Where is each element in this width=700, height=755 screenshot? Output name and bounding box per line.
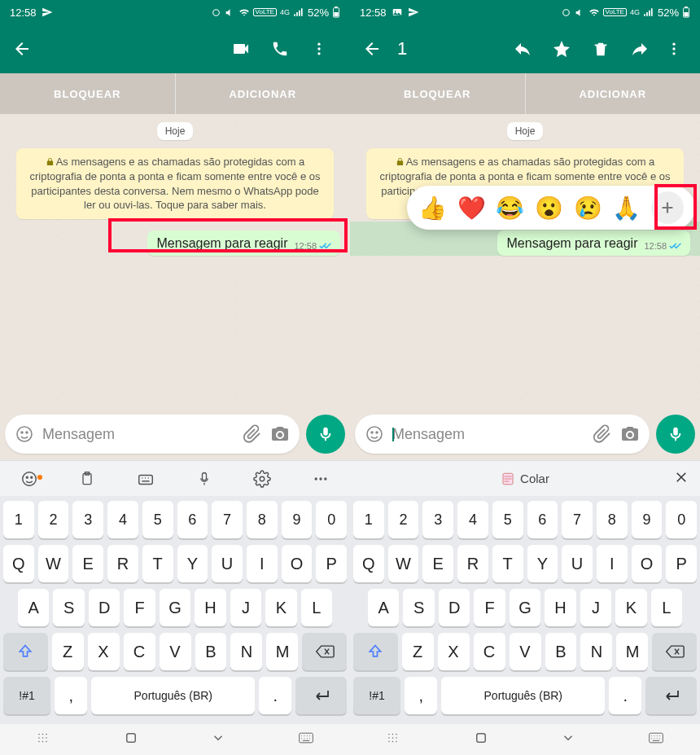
video-call-button[interactable] <box>221 29 260 68</box>
key-s[interactable]: S <box>403 589 434 626</box>
add-contact-button[interactable]: ADICIONAR <box>176 73 351 114</box>
key-space[interactable]: Português (BR) <box>91 677 255 714</box>
key-period[interactable]: . <box>609 677 641 714</box>
kb-voice-button[interactable] <box>185 471 224 487</box>
key-b[interactable]: B <box>195 633 227 670</box>
key-p[interactable]: P <box>316 545 347 582</box>
key-shift[interactable] <box>3 633 48 670</box>
mic-button[interactable] <box>656 415 695 454</box>
nav-home[interactable] <box>474 731 488 748</box>
key-symbols[interactable]: !#1 <box>353 677 400 714</box>
key-period[interactable]: . <box>259 677 291 714</box>
kb-keyboard-button[interactable] <box>126 470 165 488</box>
key-d[interactable]: D <box>89 589 120 626</box>
reaction-wow[interactable]: 😮 <box>535 195 563 222</box>
key-f[interactable]: F <box>124 589 155 626</box>
nav-back[interactable] <box>561 731 575 748</box>
reaction-heart[interactable]: ❤️ <box>457 195 486 222</box>
key-j[interactable]: J <box>580 589 611 626</box>
key-q[interactable]: Q <box>353 545 384 582</box>
add-contact-button[interactable]: ADICIONAR <box>526 73 701 114</box>
key-8[interactable]: 8 <box>247 501 278 538</box>
key-c[interactable]: C <box>474 633 505 670</box>
camera-icon[interactable] <box>270 424 290 444</box>
key-t[interactable]: T <box>142 545 173 582</box>
key-s[interactable]: S <box>53 589 84 626</box>
key-w[interactable]: W <box>388 545 419 582</box>
key-t[interactable]: T <box>492 545 523 582</box>
key-b[interactable]: B <box>545 633 577 670</box>
key-r[interactable]: R <box>107 545 138 582</box>
attachment-icon[interactable] <box>593 424 612 444</box>
key-2[interactable]: 2 <box>388 501 419 538</box>
key-r[interactable]: R <box>457 545 488 582</box>
key-k[interactable]: K <box>265 589 296 626</box>
nav-back[interactable] <box>211 731 225 748</box>
reply-button[interactable] <box>503 29 542 68</box>
kb-settings-button[interactable] <box>243 470 282 488</box>
back-button[interactable] <box>11 38 33 59</box>
key-j[interactable]: J <box>230 589 261 626</box>
key-space[interactable]: Português (BR) <box>441 677 605 714</box>
emoji-icon[interactable] <box>15 424 34 444</box>
key-9[interactable]: 9 <box>282 501 313 538</box>
reaction-sad[interactable]: 😢 <box>574 195 602 222</box>
mic-button[interactable] <box>306 415 345 454</box>
key-e[interactable]: E <box>72 545 103 582</box>
key-l[interactable]: L <box>301 589 332 626</box>
key-1[interactable]: 1 <box>353 501 384 538</box>
key-5[interactable]: 5 <box>492 501 523 538</box>
nav-recents[interactable] <box>37 731 51 748</box>
key-backspace[interactable] <box>652 633 697 670</box>
voice-call-button[interactable] <box>260 29 300 68</box>
kb-emoji-button[interactable] <box>10 470 49 488</box>
key-0[interactable]: 0 <box>316 501 347 538</box>
star-button[interactable] <box>542 29 581 68</box>
key-2[interactable]: 2 <box>38 501 69 538</box>
key-4[interactable]: 4 <box>107 501 138 538</box>
block-button[interactable]: BLOQUEAR <box>0 73 176 114</box>
key-c[interactable]: C <box>124 633 155 670</box>
chat-area[interactable]: Hoje As mensagens e as chamadas são prot… <box>350 114 700 411</box>
more-button[interactable] <box>300 29 339 68</box>
key-v[interactable]: V <box>160 633 191 670</box>
key-enter[interactable] <box>645 677 697 714</box>
key-backspace[interactable] <box>302 633 347 670</box>
key-5[interactable]: 5 <box>142 501 173 538</box>
key-z[interactable]: Z <box>402 633 434 670</box>
key-d[interactable]: D <box>439 589 470 626</box>
reaction-laugh[interactable]: 😂 <box>496 195 524 222</box>
more-button[interactable] <box>659 29 689 68</box>
key-7[interactable]: 7 <box>562 501 593 538</box>
key-3[interactable]: 3 <box>72 501 103 538</box>
key-y[interactable]: Y <box>177 545 208 582</box>
key-y[interactable]: Y <box>527 545 558 582</box>
key-g[interactable]: G <box>160 589 190 626</box>
chat-area[interactable]: Hoje As mensagens e as chamadas são prot… <box>0 114 350 411</box>
key-u[interactable]: U <box>562 545 593 582</box>
key-i[interactable]: I <box>597 545 628 582</box>
key-a[interactable]: A <box>18 589 49 626</box>
nav-keyboard-switch[interactable] <box>648 731 664 748</box>
attachment-icon[interactable] <box>243 424 262 444</box>
key-4[interactable]: 4 <box>457 501 488 538</box>
key-p[interactable]: P <box>666 545 697 582</box>
key-comma[interactable]: , <box>405 677 437 714</box>
key-o[interactable]: O <box>632 545 663 582</box>
nav-home[interactable] <box>124 731 138 748</box>
key-i[interactable]: I <box>247 545 278 582</box>
back-button[interactable] <box>361 38 383 59</box>
block-button[interactable]: BLOQUEAR <box>350 73 526 114</box>
kb-more-button[interactable] <box>301 471 340 487</box>
key-6[interactable]: 6 <box>527 501 558 538</box>
paste-suggestion[interactable]: Colar <box>501 472 549 486</box>
key-comma[interactable]: , <box>55 677 87 714</box>
key-f[interactable]: F <box>474 589 505 626</box>
key-o[interactable]: O <box>282 545 313 582</box>
kb-clipboard-button[interactable] <box>68 471 107 487</box>
key-7[interactable]: 7 <box>212 501 243 538</box>
emoji-icon[interactable] <box>365 424 384 444</box>
reaction-thumbs-up[interactable]: 👍 <box>418 195 447 222</box>
key-1[interactable]: 1 <box>3 501 34 538</box>
key-l[interactable]: L <box>651 589 682 626</box>
